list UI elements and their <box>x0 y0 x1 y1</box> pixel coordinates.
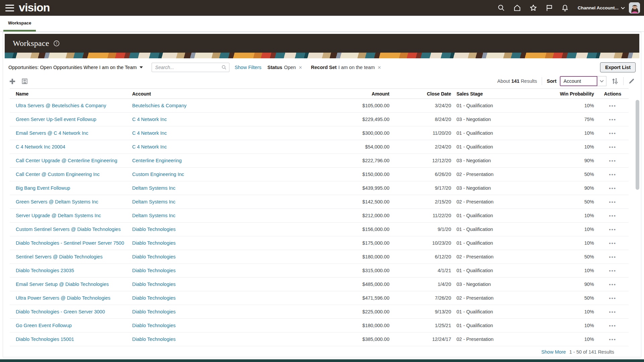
account-link[interactable]: Diablo Technologies <box>132 295 176 301</box>
account-link[interactable]: Diablo Technologies <box>132 309 176 314</box>
account-link[interactable]: Diablo Technologies <box>132 227 176 232</box>
sales-stage-cell: 01 - Qualification <box>454 126 549 140</box>
row-actions-button[interactable]: ••• <box>608 198 618 206</box>
opportunity-name-link[interactable]: Call Center @ Custom Engineering Inc <box>16 172 100 177</box>
sort-select-chevron[interactable] <box>597 76 606 86</box>
sales-stage-cell: 01 - Qualification <box>454 305 549 319</box>
export-list-button[interactable]: Export List <box>600 62 636 72</box>
opportunity-name-link[interactable]: Go Green Event Followup <box>16 323 72 328</box>
user-menu[interactable]: Channel Account... <box>578 5 625 10</box>
amount-cell: $180,000.00 <box>277 319 392 333</box>
win-probability-cell: 90% <box>549 154 597 168</box>
account-link[interactable]: C 4 Network Inc <box>132 130 167 136</box>
opportunity-name-link[interactable]: Green Server Up-Sell event Followup <box>16 117 96 122</box>
opportunity-name-link[interactable]: Call Center Upgrade @ Centerline Enginee… <box>16 158 117 163</box>
opportunity-name-link[interactable]: Custom Sentinel Servers @ Diablo Technol… <box>16 227 121 232</box>
avatar[interactable] <box>629 2 640 13</box>
close-date-cell: 2/24/20 <box>392 140 454 154</box>
add-icon[interactable] <box>9 78 15 84</box>
sales-stage-cell: 03 - Negotiation <box>454 278 549 291</box>
account-link[interactable]: C 4 Network Inc <box>132 117 167 122</box>
opportunity-name-link[interactable]: Email Servers @ C 4 Network Inc <box>16 130 88 136</box>
sales-stage-cell: 02 - Presentation <box>454 291 549 305</box>
save-icon[interactable] <box>21 78 28 84</box>
search-icon[interactable] <box>497 4 505 12</box>
edit-pencil-icon[interactable] <box>628 78 635 84</box>
row-actions-button[interactable]: ••• <box>608 171 618 178</box>
column-header-win-probability: Win Probability <box>549 89 597 99</box>
saved-search-dropdown[interactable]: Opportunities: Open Opportunities Where … <box>8 65 143 70</box>
opportunity-name-link[interactable]: Diablo Technologies - Sentinel Power Ser… <box>16 240 124 246</box>
account-link[interactable]: Diablo Technologies <box>132 268 176 273</box>
row-actions-button[interactable]: ••• <box>608 226 618 233</box>
row-actions-button[interactable]: ••• <box>608 157 618 165</box>
remove-filter-icon[interactable]: ✕ <box>377 65 381 70</box>
account-link[interactable]: Beutelschies & Company <box>132 103 186 108</box>
table-row: Call Center @ Custom Engineering Inc Cus… <box>10 168 629 181</box>
opportunity-name-link[interactable]: Email Server Setup @ Diablo Technologies <box>16 282 109 287</box>
account-link[interactable]: Diablo Technologies <box>132 323 176 328</box>
row-actions-button[interactable]: ••• <box>608 143 618 151</box>
opportunity-name-link[interactable]: Diablo Technologies 15001 <box>16 337 74 342</box>
opportunity-name-link[interactable]: Big Bang Event Followup <box>16 185 70 191</box>
list-footer: Show More 1 - 50 of 141 Results <box>10 346 634 355</box>
account-link[interactable]: Diablo Technologies <box>132 240 176 246</box>
opportunity-name-link[interactable]: Green Servers @ Deltam Systems Inc <box>16 199 98 204</box>
account-link[interactable]: Deltam Systems Inc <box>132 199 175 204</box>
opportunity-name-link[interactable]: Ultra Servers @ Beutelschies & Company <box>16 103 106 108</box>
opportunity-name-link[interactable]: Diablo Technologies - Green Server 3000 <box>16 309 105 314</box>
account-link[interactable]: Diablo Technologies <box>132 282 176 287</box>
close-date-cell: 3/24/20 <box>392 99 454 113</box>
account-link[interactable]: Diablo Technologies <box>132 254 176 259</box>
row-actions-button[interactable]: ••• <box>608 281 618 288</box>
row-actions-button[interactable]: ••• <box>608 129 618 137</box>
notifications-icon[interactable] <box>561 4 569 12</box>
menu-icon[interactable] <box>5 5 14 11</box>
favorites-icon[interactable] <box>529 4 537 12</box>
account-link[interactable]: Deltam Systems Inc <box>132 185 175 191</box>
help-icon[interactable]: ? <box>53 40 60 47</box>
remove-filter-icon[interactable]: ✕ <box>299 65 302 70</box>
sales-stage-cell: 03 - Negotiation <box>454 154 549 168</box>
show-more-link[interactable]: Show More <box>541 349 566 355</box>
account-link[interactable]: Diablo Technologies <box>132 337 176 342</box>
show-filters-link[interactable]: Show Filters <box>235 65 262 70</box>
row-actions-button[interactable]: ••• <box>608 336 618 343</box>
row-actions-button[interactable]: ••• <box>608 239 618 247</box>
flag-icon[interactable] <box>545 4 553 12</box>
account-link[interactable]: Centerline Engineering <box>132 158 182 163</box>
search-input[interactable] <box>152 63 229 72</box>
row-actions-button[interactable]: ••• <box>608 294 618 302</box>
opportunity-name-link[interactable]: Diablo Technologies 23035 <box>16 268 74 273</box>
row-actions-button[interactable]: ••• <box>608 116 618 123</box>
scrollbar-thumb[interactable] <box>636 100 639 190</box>
row-actions-button[interactable]: ••• <box>608 322 618 329</box>
table-row: Call Center Upgrade @ Centerline Enginee… <box>10 154 629 168</box>
account-link[interactable]: Custom Engineering Inc <box>132 172 184 177</box>
amount-cell: $471,596.00 <box>277 291 392 305</box>
opportunity-name-link[interactable]: Server Upgrade @ Deltam Systems Inc <box>16 213 101 218</box>
table-row: Diablo Technologies - Green Server 3000 … <box>10 305 629 319</box>
tab-workspace[interactable]: Workspace <box>3 16 36 32</box>
row-actions-button[interactable]: ••• <box>608 253 618 261</box>
row-actions-button[interactable]: ••• <box>608 184 618 192</box>
chevron-down-icon <box>621 7 625 9</box>
row-actions-button[interactable]: ••• <box>608 267 618 275</box>
win-probability-cell: 10% <box>549 140 597 154</box>
account-link[interactable]: C 4 Network Inc <box>132 144 167 149</box>
opportunity-name-link[interactable]: C 4 Network Inc 20004 <box>16 144 65 149</box>
opportunity-name-link[interactable]: Ultra Power Servers @ Diablo Technologie… <box>16 295 110 301</box>
row-actions-button[interactable]: ••• <box>608 308 618 316</box>
account-link[interactable]: Deltam Systems Inc <box>132 213 175 218</box>
sales-stage-cell: 03 - Negotiation <box>454 113 549 126</box>
opportunity-name-link[interactable]: Sentinel Servers @ Diablo Technologies <box>16 254 103 259</box>
home-icon[interactable] <box>513 4 521 12</box>
chip-label: Record Set <box>311 65 337 70</box>
row-actions-button[interactable]: ••• <box>608 102 618 110</box>
table-row: Go Green Event Followup Diablo Technolog… <box>10 319 629 333</box>
divider <box>623 77 624 85</box>
sort-select[interactable]: Account <box>560 76 597 86</box>
row-actions-button[interactable]: ••• <box>608 212 618 220</box>
search-icon <box>221 65 227 70</box>
sort-arrows-icon[interactable] <box>611 77 619 85</box>
